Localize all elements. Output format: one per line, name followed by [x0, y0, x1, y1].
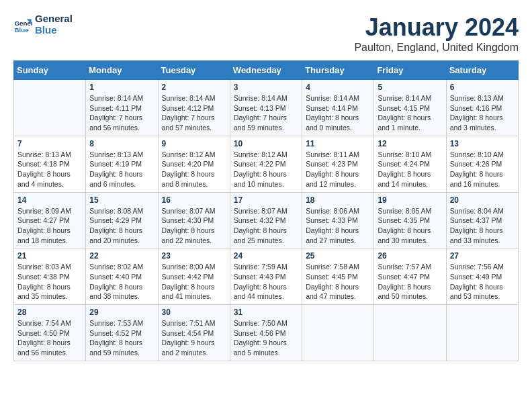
calendar-cell: 6Sunrise: 8:13 AM Sunset: 4:16 PM Daylig… — [446, 80, 518, 136]
day-info: Sunrise: 8:00 AM Sunset: 4:42 PM Dayligh… — [162, 262, 226, 302]
calendar-cell: 12Sunrise: 8:10 AM Sunset: 4:24 PM Dayli… — [374, 136, 446, 192]
calendar-cell: 27Sunrise: 7:56 AM Sunset: 4:49 PM Dayli… — [446, 248, 518, 305]
day-info: Sunrise: 8:13 AM Sunset: 4:19 PM Dayligh… — [89, 150, 154, 189]
day-number: 21 — [17, 251, 82, 261]
day-info: Sunrise: 8:08 AM Sunset: 4:29 PM Dayligh… — [89, 206, 154, 246]
day-info: Sunrise: 8:14 AM Sunset: 4:14 PM Dayligh… — [306, 93, 370, 133]
day-number: 9 — [162, 139, 226, 148]
calendar-cell: 30Sunrise: 7:51 AM Sunset: 4:54 PM Dayli… — [158, 305, 230, 361]
day-number: 17 — [234, 195, 298, 205]
day-of-week-header: Friday — [374, 61, 446, 80]
calendar-cell: 18Sunrise: 8:06 AM Sunset: 4:33 PM Dayli… — [302, 192, 374, 248]
day-number: 8 — [89, 139, 154, 148]
day-number: 11 — [306, 139, 370, 148]
day-info: Sunrise: 8:10 AM Sunset: 4:26 PM Dayligh… — [450, 150, 515, 189]
day-number: 20 — [450, 195, 515, 205]
day-number: 1 — [89, 83, 154, 92]
calendar-cell: 22Sunrise: 8:02 AM Sunset: 4:40 PM Dayli… — [86, 248, 158, 305]
logo-text-general: General — [35, 13, 73, 25]
calendar-week-row: 28Sunrise: 7:54 AM Sunset: 4:50 PM Dayli… — [14, 305, 519, 361]
calendar-cell: 15Sunrise: 8:08 AM Sunset: 4:29 PM Dayli… — [86, 192, 158, 248]
calendar-cell: 3Sunrise: 8:14 AM Sunset: 4:13 PM Daylig… — [230, 80, 302, 136]
calendar-cell: 23Sunrise: 8:00 AM Sunset: 4:42 PM Dayli… — [158, 248, 230, 305]
calendar-cell: 31Sunrise: 7:50 AM Sunset: 4:56 PM Dayli… — [230, 305, 302, 361]
calendar-cell: 14Sunrise: 8:09 AM Sunset: 4:27 PM Dayli… — [14, 192, 86, 248]
day-info: Sunrise: 7:50 AM Sunset: 4:56 PM Dayligh… — [234, 318, 298, 358]
day-number: 12 — [378, 139, 442, 148]
calendar-table: SundayMondayTuesdayWednesdayThursdayFrid… — [13, 60, 519, 361]
calendar-week-row: 1Sunrise: 8:14 AM Sunset: 4:11 PM Daylig… — [14, 80, 519, 136]
day-info: Sunrise: 8:12 AM Sunset: 4:20 PM Dayligh… — [162, 150, 226, 189]
calendar-cell: 11Sunrise: 8:11 AM Sunset: 4:23 PM Dayli… — [302, 136, 374, 192]
calendar-cell: 29Sunrise: 7:53 AM Sunset: 4:52 PM Dayli… — [86, 305, 158, 361]
logo-icon: General Blue — [13, 15, 32, 34]
day-info: Sunrise: 7:51 AM Sunset: 4:54 PM Dayligh… — [162, 318, 226, 358]
day-info: Sunrise: 7:54 AM Sunset: 4:50 PM Dayligh… — [17, 318, 82, 358]
day-info: Sunrise: 8:10 AM Sunset: 4:24 PM Dayligh… — [378, 150, 442, 189]
day-number: 18 — [306, 195, 370, 205]
day-number: 25 — [306, 251, 370, 261]
calendar-cell: 4Sunrise: 8:14 AM Sunset: 4:14 PM Daylig… — [302, 80, 374, 136]
month-title: January 2024 — [354, 13, 519, 42]
day-info: Sunrise: 8:14 AM Sunset: 4:13 PM Dayligh… — [234, 93, 298, 133]
day-info: Sunrise: 8:12 AM Sunset: 4:22 PM Dayligh… — [234, 150, 298, 189]
calendar-week-row: 21Sunrise: 8:03 AM Sunset: 4:38 PM Dayli… — [14, 248, 519, 305]
day-number: 2 — [162, 83, 226, 92]
calendar-cell: 5Sunrise: 8:14 AM Sunset: 4:15 PM Daylig… — [374, 80, 446, 136]
day-number: 14 — [17, 195, 82, 205]
day-info: Sunrise: 7:56 AM Sunset: 4:49 PM Dayligh… — [450, 262, 515, 302]
day-number: 13 — [450, 139, 515, 148]
logo: General Blue General Blue — [13, 13, 73, 36]
day-number: 24 — [234, 251, 298, 261]
day-info: Sunrise: 8:03 AM Sunset: 4:38 PM Dayligh… — [17, 262, 82, 302]
day-number: 5 — [378, 83, 442, 92]
day-of-week-header: Wednesday — [230, 61, 302, 80]
calendar-header-row: SundayMondayTuesdayWednesdayThursdayFrid… — [14, 61, 519, 80]
calendar-cell — [302, 305, 374, 361]
day-number: 4 — [306, 83, 370, 92]
day-of-week-header: Tuesday — [158, 61, 230, 80]
title-section: January 2024 Paulton, England, United Ki… — [354, 13, 519, 54]
calendar-cell — [446, 305, 518, 361]
day-number: 19 — [378, 195, 442, 205]
day-of-week-header: Saturday — [446, 61, 518, 80]
day-number: 15 — [89, 195, 154, 205]
calendar-cell: 20Sunrise: 8:04 AM Sunset: 4:37 PM Dayli… — [446, 192, 518, 248]
calendar-cell: 7Sunrise: 8:13 AM Sunset: 4:18 PM Daylig… — [14, 136, 86, 192]
day-of-week-header: Thursday — [302, 61, 374, 80]
day-info: Sunrise: 7:59 AM Sunset: 4:43 PM Dayligh… — [234, 262, 298, 302]
calendar-cell: 17Sunrise: 8:07 AM Sunset: 4:32 PM Dayli… — [230, 192, 302, 248]
page-header: General Blue General Blue January 2024 P… — [13, 13, 519, 54]
calendar-cell: 8Sunrise: 8:13 AM Sunset: 4:19 PM Daylig… — [86, 136, 158, 192]
day-info: Sunrise: 8:09 AM Sunset: 4:27 PM Dayligh… — [17, 206, 82, 246]
calendar-cell: 21Sunrise: 8:03 AM Sunset: 4:38 PM Dayli… — [14, 248, 86, 305]
calendar-body: 1Sunrise: 8:14 AM Sunset: 4:11 PM Daylig… — [14, 80, 519, 361]
day-number: 26 — [378, 251, 442, 261]
calendar-cell: 19Sunrise: 8:05 AM Sunset: 4:35 PM Dayli… — [374, 192, 446, 248]
location: Paulton, England, United Kingdom — [354, 42, 519, 54]
day-number: 27 — [450, 251, 515, 261]
day-info: Sunrise: 8:07 AM Sunset: 4:32 PM Dayligh… — [234, 206, 298, 246]
calendar-cell: 25Sunrise: 7:58 AM Sunset: 4:45 PM Dayli… — [302, 248, 374, 305]
day-info: Sunrise: 8:02 AM Sunset: 4:40 PM Dayligh… — [89, 262, 154, 302]
day-number: 6 — [450, 83, 515, 92]
day-info: Sunrise: 8:05 AM Sunset: 4:35 PM Dayligh… — [378, 206, 442, 246]
day-number: 7 — [17, 139, 82, 148]
calendar-week-row: 7Sunrise: 8:13 AM Sunset: 4:18 PM Daylig… — [14, 136, 519, 192]
day-number: 31 — [234, 308, 298, 317]
day-info: Sunrise: 7:58 AM Sunset: 4:45 PM Dayligh… — [306, 262, 370, 302]
day-info: Sunrise: 8:13 AM Sunset: 4:18 PM Dayligh… — [17, 150, 82, 189]
calendar-cell: 13Sunrise: 8:10 AM Sunset: 4:26 PM Dayli… — [446, 136, 518, 192]
day-number: 23 — [162, 251, 226, 261]
calendar-cell: 24Sunrise: 7:59 AM Sunset: 4:43 PM Dayli… — [230, 248, 302, 305]
day-number: 22 — [89, 251, 154, 261]
day-number: 10 — [234, 139, 298, 148]
day-number: 29 — [89, 308, 154, 317]
calendar-cell: 10Sunrise: 8:12 AM Sunset: 4:22 PM Dayli… — [230, 136, 302, 192]
calendar-week-row: 14Sunrise: 8:09 AM Sunset: 4:27 PM Dayli… — [14, 192, 519, 248]
svg-text:Blue: Blue — [14, 26, 29, 34]
day-info: Sunrise: 8:13 AM Sunset: 4:16 PM Dayligh… — [450, 93, 515, 133]
calendar-cell: 9Sunrise: 8:12 AM Sunset: 4:20 PM Daylig… — [158, 136, 230, 192]
calendar-cell — [14, 80, 86, 136]
calendar-cell: 2Sunrise: 8:14 AM Sunset: 4:12 PM Daylig… — [158, 80, 230, 136]
